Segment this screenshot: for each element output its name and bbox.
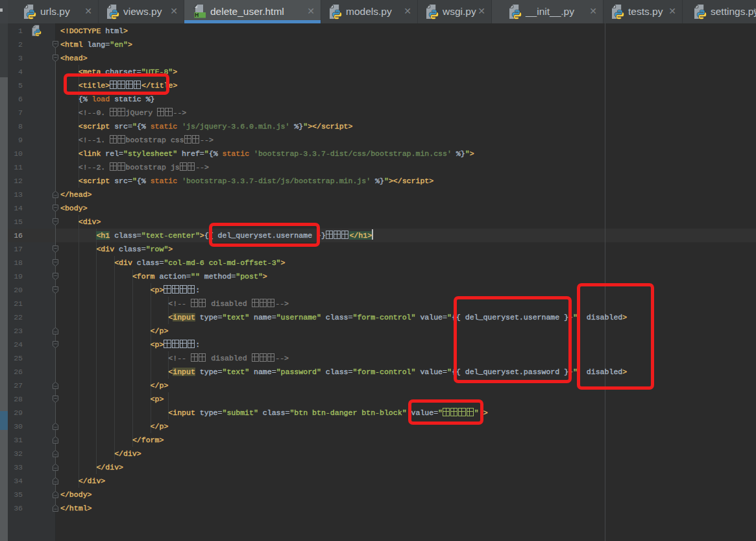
svg-text:H: H	[195, 12, 199, 18]
